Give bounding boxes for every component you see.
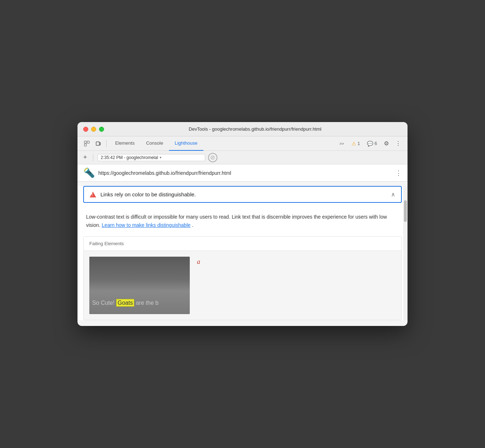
svg-rect-0 bbox=[84, 141, 86, 143]
audit-title: Links rely on color to be distinguishabl… bbox=[100, 191, 387, 197]
failing-elements-body: So Cute! Goats are the b a bbox=[84, 251, 401, 320]
lh-more-button[interactable]: ⋮ bbox=[395, 169, 402, 177]
audit-header[interactable]: Links rely on color to be distinguishabl… bbox=[84, 187, 401, 202]
urlbar-row: + 2:35:42 PM - googlechromelal ▾ ⊘ bbox=[77, 151, 408, 164]
description-period: . bbox=[192, 222, 193, 228]
svg-rect-2 bbox=[84, 144, 86, 146]
audit-item: Links rely on color to be distinguishabl… bbox=[83, 186, 402, 203]
main-content: Links rely on color to be distinguishabl… bbox=[77, 186, 408, 320]
element-indicator: a bbox=[197, 257, 200, 266]
url-input[interactable]: 2:35:42 PM - googlechromelal ▾ bbox=[98, 154, 205, 161]
svg-rect-1 bbox=[87, 141, 89, 143]
minimize-button[interactable] bbox=[91, 127, 96, 132]
lh-url-row: 🔦 https://googlechromelabs.github.io/fri… bbox=[77, 164, 408, 182]
url-chevron-icon: ▾ bbox=[160, 155, 161, 159]
screenshot-text-after: are the b bbox=[134, 300, 159, 306]
maximize-button[interactable] bbox=[99, 127, 104, 132]
add-button[interactable]: + bbox=[82, 153, 89, 162]
screenshot-highlighted-word: Goats bbox=[116, 299, 135, 307]
select-tool-icon[interactable] bbox=[82, 139, 92, 149]
urlbar-divider bbox=[93, 154, 93, 161]
more-menu-button[interactable]: ⋮ bbox=[393, 139, 403, 148]
tab-bar: Elements Console Lighthouse bbox=[109, 136, 335, 151]
titlebar: DevTools - googlechromelabs.github.io/fr… bbox=[77, 122, 408, 136]
traffic-lights bbox=[83, 127, 104, 132]
more-tabs-button[interactable]: >> bbox=[337, 139, 347, 149]
tab-elements[interactable]: Elements bbox=[109, 136, 140, 151]
window-title: DevTools - googlechromelabs.github.io/fr… bbox=[108, 126, 402, 132]
device-toggle-icon[interactable] bbox=[93, 139, 103, 149]
url-text: 2:35:42 PM - googlechromelal bbox=[101, 155, 158, 160]
toolbar: Elements Console Lighthouse >> ⚠ 1 💬 6 ⚙… bbox=[77, 136, 408, 151]
toolbar-divider-1 bbox=[106, 140, 107, 147]
warnings-button[interactable]: ⚠ 1 bbox=[349, 140, 363, 148]
svg-rect-4 bbox=[99, 143, 100, 145]
devtools-window: DevTools - googlechromelabs.github.io/fr… bbox=[77, 122, 408, 326]
warning-count: 1 bbox=[358, 141, 360, 146]
warning-icon: ⚠ bbox=[352, 141, 356, 146]
settings-button[interactable]: ⚙ bbox=[382, 139, 391, 148]
audit-description: Low-contrast text is difficult or imposs… bbox=[77, 207, 408, 236]
lighthouse-url: https://googlechromelabs.github.io/frien… bbox=[98, 170, 392, 176]
message-count: 6 bbox=[375, 141, 377, 146]
lighthouse-icon: 🔦 bbox=[83, 167, 95, 178]
close-button[interactable] bbox=[83, 127, 88, 132]
messages-button[interactable]: 💬 6 bbox=[364, 140, 380, 148]
screenshot-text-before: So Cute! bbox=[92, 300, 116, 306]
scrollbar[interactable] bbox=[403, 186, 408, 320]
failing-elements-section: Failing Elements So Cute! Goats are the … bbox=[83, 236, 402, 320]
toolbar-right: >> ⚠ 1 💬 6 ⚙ ⋮ bbox=[337, 139, 403, 149]
screenshot-text: So Cute! Goats are the b bbox=[92, 300, 159, 306]
clear-button[interactable]: ⊘ bbox=[208, 153, 217, 162]
svg-rect-3 bbox=[96, 142, 99, 145]
audit-warning-icon bbox=[90, 192, 96, 197]
tab-console[interactable]: Console bbox=[140, 136, 169, 151]
tab-lighthouse[interactable]: Lighthouse bbox=[169, 136, 203, 151]
learn-more-link[interactable]: Learn how to make links distinguishable bbox=[102, 222, 190, 228]
audit-collapse-icon[interactable]: ∧ bbox=[391, 191, 395, 198]
clear-icon: ⊘ bbox=[210, 154, 215, 161]
scrollbar-thumb[interactable] bbox=[404, 200, 407, 222]
screenshot-container: So Cute! Goats are the b bbox=[89, 257, 190, 314]
failing-elements-header: Failing Elements bbox=[84, 237, 401, 251]
message-icon: 💬 bbox=[367, 141, 373, 146]
